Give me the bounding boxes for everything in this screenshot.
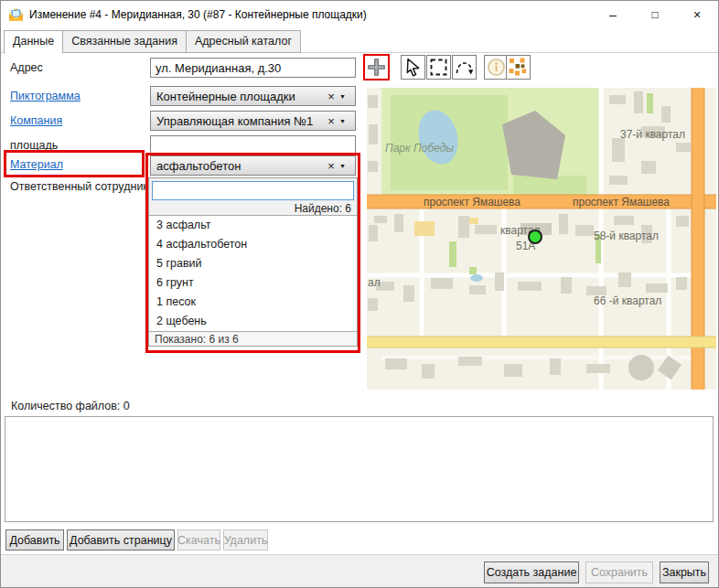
footer-bar: Создать задание Сохранить Закрыть [1, 554, 718, 588]
crosshair-plus-icon [365, 56, 388, 79]
area-label: площадь [10, 139, 58, 152]
select-rectangle-tool-button[interactable] [426, 55, 451, 80]
window-title: Изменение #4 - Меридианная, 30 (#87 - Ко… [29, 1, 367, 28]
chevron-down-icon[interactable]: ▼ [339, 118, 355, 124]
dropdown-item[interactable]: 1 песок [149, 293, 357, 312]
company-combobox[interactable]: Управляющая компания №1 × ▼ [150, 111, 356, 131]
download-button: Скачать [177, 529, 220, 551]
material-value: асфальтобетон [151, 159, 323, 173]
map-label-park: Парк Победы [385, 142, 454, 155]
create-task-button[interactable]: Создать задание [484, 561, 579, 583]
address-label: Адрес [10, 61, 43, 74]
chevron-down-icon[interactable]: ▼ [339, 163, 355, 169]
pictogram-combobox[interactable]: Контейнерные площадки × ▼ [150, 86, 356, 106]
select-cursor-tool-button[interactable] [401, 55, 425, 80]
save-button: Сохранить [585, 561, 653, 583]
dropdown-search-panel: Найдено: 6 [149, 178, 357, 216]
app-envelope-icon [8, 7, 24, 23]
address-input[interactable] [150, 58, 356, 78]
dashed-rectangle-icon [427, 56, 450, 79]
found-count-label: Найдено: 6 [152, 200, 354, 215]
map-marker[interactable] [528, 230, 542, 244]
dropdown-items-list: 3 асфальт 4 асфальтобетон 5 гравий 6 гру… [149, 216, 357, 331]
pictogram-link[interactable]: Пиктограмма [10, 90, 80, 102]
files-count-label: Количество файлов: 0 [11, 400, 130, 412]
map-label-avenue-west: проспект Ямашева [424, 196, 520, 208]
select-polygon-tool-button[interactable] [452, 55, 477, 80]
delete-button: Удалить [223, 529, 268, 551]
map-label-quarter-37: 37-й квартал [620, 128, 685, 141]
zoom-to-objects-tool-button[interactable] [506, 55, 531, 80]
clear-icon[interactable]: × [323, 90, 339, 103]
close-window-button[interactable]: × [676, 1, 718, 28]
dropdown-item[interactable]: 3 асфальт [149, 216, 357, 235]
company-link[interactable]: Компания [10, 114, 62, 127]
tab-data[interactable]: Данные [4, 30, 63, 54]
add-file-button[interactable]: Добавить [5, 529, 64, 551]
dropdown-item[interactable]: 2 щебень [149, 312, 357, 331]
maximize-button[interactable]: □ [634, 1, 676, 28]
map-label-quarter-66: 66 -й квартал [594, 294, 661, 307]
map-view[interactable]: Парк Победы проспект Ямашева проспект Ям… [367, 88, 716, 390]
dropdown-search-input[interactable] [152, 181, 354, 200]
clear-icon[interactable]: × [323, 159, 339, 173]
add-page-button[interactable]: Добавить страницу [67, 529, 175, 551]
area-input[interactable] [150, 135, 356, 155]
employee-label: Ответственный сотрудник [10, 180, 148, 193]
material-combobox[interactable]: асфальтобетон × ▼ [150, 155, 356, 176]
files-list[interactable] [5, 416, 714, 522]
minimize-button[interactable]: – [592, 1, 634, 28]
lasso-polygon-icon [453, 56, 476, 79]
info-icon [485, 56, 508, 79]
shown-count-label: Показано: 6 из 6 [149, 331, 357, 346]
dropdown-item[interactable]: 4 асфальтобетон [149, 235, 357, 254]
tab-address-catalog[interactable]: Адресный каталог [187, 30, 301, 53]
dropdown-item[interactable]: 5 гравий [149, 254, 357, 273]
pictogram-value: Контейнерные площадки [151, 90, 323, 103]
material-link[interactable]: Материал [10, 158, 63, 171]
scatter-squares-icon [507, 56, 530, 79]
map-label-clipped: ал [368, 276, 381, 289]
close-button[interactable]: Закрыть [660, 561, 709, 583]
material-dropdown-popup: Найдено: 6 3 асфальт 4 асфальтобетон 5 г… [148, 177, 358, 347]
cursor-arrow-icon [402, 56, 424, 79]
dialog-window: Изменение #4 - Меридианная, 30 (#87 - Ко… [0, 0, 719, 588]
company-value: Управляющая компания №1 [151, 114, 323, 128]
dropdown-item[interactable]: 6 грунт [149, 273, 357, 293]
tab-bar: Данные Связанные задания Адресный катало… [1, 29, 718, 53]
clear-icon[interactable]: × [323, 114, 339, 128]
chevron-down-icon[interactable]: ▼ [339, 93, 355, 100]
map-label-quarter-58: 58-й квартал [594, 230, 659, 242]
info-tool-button[interactable] [484, 55, 509, 80]
add-point-tool-button[interactable] [363, 54, 390, 80]
map-label-avenue-east: проспект Ямашева [573, 196, 670, 208]
tab-linked-tasks[interactable]: Связанные задания [63, 30, 187, 53]
title-bar: Изменение #4 - Меридианная, 30 (#87 - Ко… [1, 1, 718, 28]
